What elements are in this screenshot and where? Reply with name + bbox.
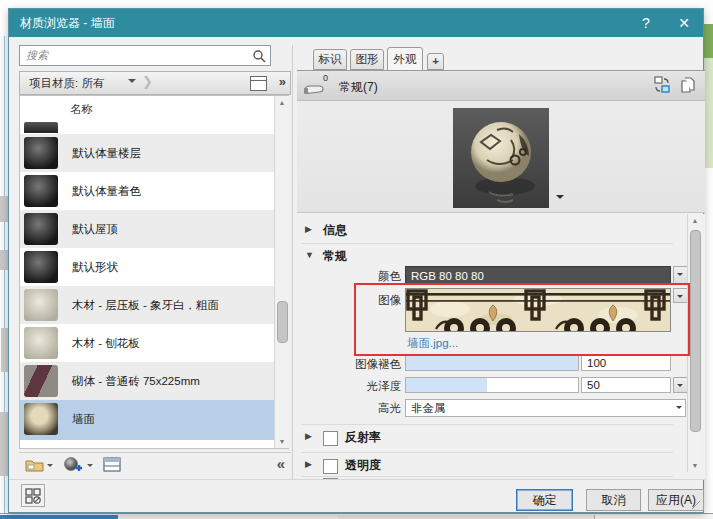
section-separator (301, 424, 673, 425)
library-grid-icon (25, 488, 41, 504)
highlight-label: 高光 (301, 401, 401, 416)
material-thumbnail (24, 327, 58, 359)
list-item[interactable]: 砌体 - 普通砖 75x225mm (20, 362, 274, 400)
scroll-up-icon[interactable]: ▲ (275, 99, 289, 106)
list-item[interactable]: 默认屋顶 (20, 210, 274, 248)
background-fragment (1, 328, 8, 372)
asset-header-bar: 0 常规(7) (297, 71, 705, 101)
scrollbar-thumb[interactable] (690, 230, 701, 432)
color-dropdown-button[interactable] (673, 266, 688, 284)
material-thumbnail (24, 251, 58, 283)
list-item[interactable]: 默认形状 (20, 248, 274, 286)
ok-button[interactable]: 确定 (516, 489, 573, 511)
dialog-titlebar[interactable]: 材质浏览器 - 墙面 ? ✕ (9, 9, 703, 37)
close-button[interactable]: ✕ (665, 9, 703, 37)
transparency-checkbox[interactable] (323, 459, 338, 474)
dialog-title: 材质浏览器 - 墙面 (20, 9, 115, 37)
list-view-button[interactable] (103, 457, 121, 475)
background-app-left-strip (0, 36, 8, 519)
material-browser-dialog: 材质浏览器 - 墙面 ? ✕ 搜索 项目材质: 所有 ❯ » 名称 默认体量楼层… (8, 8, 704, 513)
tab-appearance[interactable]: 外观 (387, 47, 423, 71)
image-file-link[interactable]: 墙面.jpg... (407, 336, 458, 351)
gloss-label: 光泽度 (301, 379, 401, 394)
chevron-down-icon (676, 406, 682, 412)
column-header-name[interactable]: 名称 (70, 102, 93, 117)
preview-options-caret-icon[interactable] (556, 195, 564, 203)
folder-icon (25, 457, 44, 473)
slider-fill (406, 378, 487, 392)
background-app-right-strip (704, 0, 713, 519)
fade-slider[interactable] (405, 355, 579, 371)
material-name: 默认形状 (72, 248, 118, 286)
material-thumbnail (24, 289, 58, 321)
cancel-button[interactable]: 取消 (586, 489, 641, 511)
library-toggle-button[interactable] (21, 484, 45, 507)
scrollbar-thumb[interactable] (277, 301, 288, 343)
background-fragment (0, 196, 8, 222)
resize-grip[interactable] (692, 501, 700, 509)
asset-use-count: 0 (323, 73, 328, 83)
material-thumbnail-partial (24, 122, 58, 133)
wall-texture-icon (406, 289, 671, 332)
overflow-button[interactable]: » (279, 74, 286, 89)
section-separator (301, 452, 673, 453)
open-library-button[interactable] (25, 457, 44, 476)
color-value: RGB 80 80 80 (411, 270, 484, 282)
list-item[interactable]: 木材 - 刨花板 (20, 324, 274, 362)
fade-label: 图像褪色 (301, 357, 401, 372)
material-name: 默认体量楼层 (72, 134, 141, 172)
chevron-down-icon (128, 79, 136, 87)
material-preview-image[interactable] (453, 108, 549, 208)
image-texture-thumbnail[interactable] (405, 288, 671, 332)
material-list-scrollbar[interactable]: ▲ ▼ (274, 96, 289, 448)
material-name: 默认屋顶 (72, 210, 118, 248)
list-item[interactable]: 默认体量楼层 (20, 134, 274, 172)
create-material-button[interactable] (63, 457, 83, 478)
reflectivity-checkbox[interactable] (323, 431, 338, 446)
list-item[interactable]: 默认体量着色 (20, 172, 274, 210)
list-item-selected[interactable]: 墙面 (20, 400, 274, 440)
image-dropdown-button[interactable] (673, 288, 688, 303)
help-button[interactable]: ? (629, 9, 663, 37)
expander-expanded-icon[interactable]: ▼ (305, 250, 314, 260)
scroll-down-icon[interactable]: ▼ (688, 462, 702, 469)
replace-asset-button[interactable] (653, 76, 671, 97)
collapse-panel-button[interactable]: « (277, 455, 285, 472)
duplicate-asset-button[interactable] (679, 76, 697, 98)
view-layout-icon[interactable] (250, 76, 267, 91)
project-materials-filter[interactable]: 项目材质: 所有 ❯ » (19, 71, 291, 95)
expander-collapsed-icon[interactable]: ▶ (305, 459, 312, 469)
section-title: 信息 (323, 222, 347, 239)
magnifier-icon (252, 49, 266, 63)
gloss-dropdown-button[interactable] (673, 377, 688, 393)
preview-sphere-icon (453, 108, 549, 208)
chevron-down-icon (677, 273, 683, 279)
material-name: 木材 - 层压板 - 象牙白，粗面 (72, 286, 219, 324)
duplicate-icon (679, 76, 697, 95)
fade-value-input[interactable]: 100 (581, 355, 671, 371)
image-label: 图像 (301, 293, 401, 308)
tab-graphics[interactable]: 图形 (350, 49, 384, 70)
list-view-icon (103, 457, 121, 472)
properties-scrollbar[interactable]: ▲ ▼ (687, 214, 702, 472)
expander-collapsed-icon[interactable]: ▶ (305, 431, 312, 441)
color-value-field[interactable]: RGB 80 80 80 (405, 266, 671, 284)
highlight-value: 非金属 (411, 402, 446, 414)
highlight-select[interactable]: 非金属 (405, 399, 686, 417)
section-separator (301, 243, 673, 244)
background-cell-selected (0, 515, 119, 519)
tab-add-button[interactable]: + (427, 53, 444, 70)
gloss-value-input[interactable]: 50 (581, 377, 671, 393)
material-thumbnail (24, 365, 58, 397)
section-title: 透明度 (345, 457, 381, 474)
scroll-down-icon[interactable]: ▼ (275, 438, 289, 445)
gloss-slider[interactable] (405, 377, 579, 393)
background-cell (338, 515, 529, 519)
scroll-up-icon[interactable]: ▲ (688, 217, 702, 224)
swap-asset-icon (653, 76, 671, 94)
list-item[interactable]: 木材 - 层压板 - 象牙白，粗面 (20, 286, 274, 324)
search-input[interactable]: 搜索 (19, 45, 271, 66)
tab-identity[interactable]: 标识 (313, 49, 347, 70)
expander-collapsed-icon[interactable]: ▶ (305, 224, 312, 234)
background-cell (528, 515, 595, 519)
